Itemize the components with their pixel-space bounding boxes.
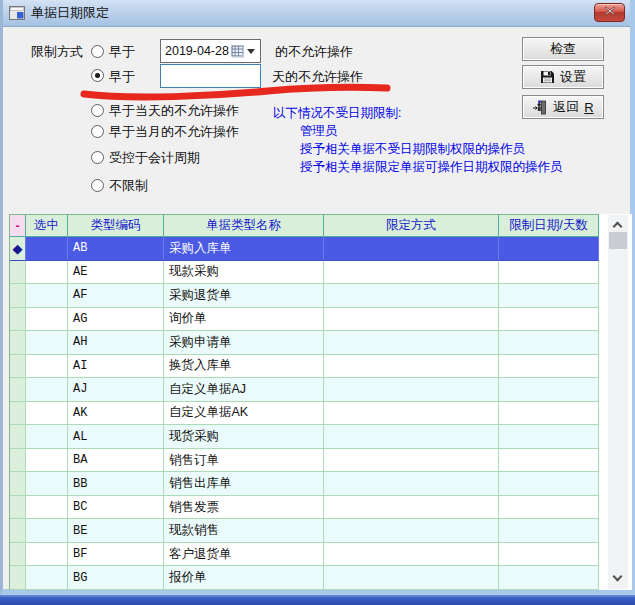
table-header-row: - 选中 类型编码 单据类型名称 限定方式 限制日期/天数 [10, 215, 599, 237]
row-type-code-cell: AF [68, 284, 164, 308]
row-marker-cell [10, 472, 26, 496]
column-header-restrict-mode[interactable]: 限定方式 [324, 215, 499, 237]
radio-none[interactable] [91, 179, 104, 192]
scroll-up-icon[interactable] [613, 222, 623, 232]
table-row[interactable]: AI 换货入库单 [10, 355, 599, 379]
titlebar[interactable]: 单据日期限定 [3, 0, 630, 27]
row-limit-date-cell [499, 472, 599, 496]
row-checked-cell[interactable] [26, 543, 68, 567]
row-restrict-mode-cell [324, 284, 499, 308]
radio-month[interactable] [91, 125, 104, 138]
screen: 单据日期限定 限制方式 早于 2019-04-28 的不允许操作 早于 [0, 0, 635, 605]
row-restrict-mode-cell [324, 543, 499, 567]
table-row[interactable]: AF 采购退货单 [10, 284, 599, 308]
radio-earlier-date[interactable] [91, 45, 104, 58]
floppy-disk-icon [540, 70, 555, 84]
column-header-type-code[interactable]: 类型编码 [68, 215, 164, 237]
table-row[interactable]: AL 现货采购 [10, 425, 599, 449]
row-limit-date-cell [499, 331, 599, 355]
row-type-code-cell: BG [68, 566, 164, 590]
column-header-limit-date[interactable]: 限制日期/天数 [499, 215, 599, 237]
row-marker-cell [10, 331, 26, 355]
row-marker-cell [10, 449, 26, 473]
row-restrict-mode-cell [324, 308, 499, 332]
table-row[interactable]: AK 自定义单据AK [10, 402, 599, 426]
row-restrict-mode-cell [324, 237, 499, 261]
days-input[interactable] [160, 64, 261, 88]
row-marker-cell [10, 308, 26, 332]
scroll-down-icon[interactable] [613, 572, 623, 582]
save-settings-button[interactable]: 设置 [522, 65, 604, 89]
check-button[interactable]: 检查 [522, 37, 604, 61]
row-type-name-cell: 采购申请单 [164, 331, 324, 355]
row-type-code-cell: AG [68, 308, 164, 332]
row-limit-date-cell [499, 566, 599, 590]
row-marker-cell [10, 378, 26, 402]
table-row[interactable]: ◆ AB 采购入库单 [10, 237, 599, 261]
row-type-code-cell: AE [68, 261, 164, 285]
document-types-table: - 选中 类型编码 单据类型名称 限定方式 限制日期/天数 ◆ AB 采购入库单… [9, 214, 632, 590]
row-marker-cell [10, 543, 26, 567]
row-restrict-mode-cell [324, 331, 499, 355]
row-checked-cell[interactable] [26, 566, 68, 590]
table-row[interactable]: AJ 自定义单据AJ [10, 378, 599, 402]
row-checked-cell[interactable] [26, 472, 68, 496]
check-button-label: 检查 [550, 40, 576, 58]
row-checked-cell[interactable] [26, 355, 68, 379]
radio-today[interactable] [91, 104, 104, 117]
exit-door-icon [532, 100, 548, 115]
row-marker-cell [10, 355, 26, 379]
table-row[interactable]: AH 采购申请单 [10, 331, 599, 355]
radio-earlier-days[interactable] [91, 69, 104, 82]
date-picker[interactable]: 2019-04-28 [160, 39, 261, 63]
close-button[interactable] [594, 3, 625, 22]
row-restrict-mode-cell [324, 402, 499, 426]
scrollbar-thumb[interactable] [609, 232, 627, 249]
row-checked-cell[interactable] [26, 331, 68, 355]
row-checked-cell[interactable] [26, 449, 68, 473]
row-checked-cell[interactable] [26, 425, 68, 449]
table-row[interactable]: BB 销售出库单 [10, 472, 599, 496]
row-checked-cell[interactable] [26, 308, 68, 332]
row-type-name-cell: 换货入库单 [164, 355, 324, 379]
table-row[interactable]: AG 询价单 [10, 308, 599, 332]
row-checked-cell[interactable] [26, 284, 68, 308]
row-checked-cell[interactable] [26, 378, 68, 402]
row-type-code-cell: AJ [68, 378, 164, 402]
close-icon [604, 6, 616, 16]
table-row[interactable]: AE 现款采购 [10, 261, 599, 285]
row-type-code-cell: BF [68, 543, 164, 567]
column-header-marker[interactable]: - [10, 215, 26, 237]
row-type-name-cell: 现货采购 [164, 425, 324, 449]
row-checked-cell[interactable] [26, 261, 68, 285]
row-marker-cell [10, 402, 26, 426]
date-dropdown-arrow[interactable] [247, 49, 255, 54]
row-limit-date-cell [499, 402, 599, 426]
earlier-days-suffix: 天的不允许操作 [272, 68, 363, 86]
row-restrict-mode-cell [324, 355, 499, 379]
table-row[interactable]: BG 报价单 [10, 566, 599, 590]
table-row[interactable]: BE 现款销售 [10, 519, 599, 543]
row-limit-date-cell [499, 261, 599, 285]
radio-today-label: 早于当天的不允许操作 [109, 102, 239, 120]
save-settings-button-label: 设置 [560, 68, 586, 86]
table-row[interactable]: BA 销售订单 [10, 449, 599, 473]
column-header-type-name[interactable]: 单据类型名称 [164, 215, 324, 237]
row-type-code-cell: AB [68, 237, 164, 261]
table-row[interactable]: BF 客户退货单 [10, 543, 599, 567]
row-checked-cell[interactable] [26, 402, 68, 426]
dialog-window: 单据日期限定 限制方式 早于 2019-04-28 的不允许操作 早于 [0, 0, 635, 595]
table-row[interactable]: BC 销售发票 [10, 496, 599, 520]
grid: - 选中 类型编码 单据类型名称 限定方式 限制日期/天数 ◆ AB 采购入库单… [9, 214, 599, 590]
row-type-name-cell: 询价单 [164, 308, 324, 332]
vertical-scrollbar[interactable] [608, 215, 628, 589]
table-body: ◆ AB 采购入库单 AE 现款采购 AF 采购退货单 AG 询价单 AH 采购… [10, 237, 599, 590]
row-checked-cell[interactable] [26, 237, 68, 261]
row-checked-cell[interactable] [26, 496, 68, 520]
column-header-checked[interactable]: 选中 [26, 215, 68, 237]
row-type-name-cell: 销售出库单 [164, 472, 324, 496]
radio-period[interactable] [91, 151, 104, 164]
row-checked-cell[interactable] [26, 519, 68, 543]
row-type-code-cell: BC [68, 496, 164, 520]
return-button[interactable]: 返回 R [522, 95, 604, 119]
